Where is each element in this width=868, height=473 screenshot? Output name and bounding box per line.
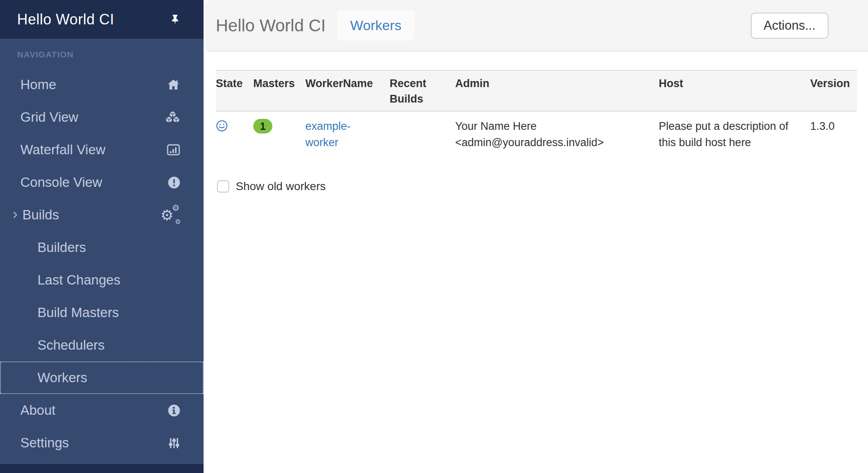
sidebar-item-label: About [20,403,55,418]
sidebar-item-workers[interactable]: Workers [0,361,204,394]
main-area: Hello World CI Workers Actions... State [204,0,868,473]
workers-table: State Masters WorkerName Recent Builds A… [216,70,857,157]
column-header-masters: Masters [253,70,305,111]
worker-row: 1 example-worker Your Name Here <admin@y… [216,111,857,157]
worker-name-link[interactable]: example-worker [305,118,373,151]
table-header-row: State Masters WorkerName Recent Builds A… [216,70,857,111]
sidebar-item-grid-view[interactable]: Grid View [0,101,204,134]
column-header-host: Host [659,70,810,111]
worker-version-cell: 1.3.0 [810,111,857,157]
pin-sidebar-icon[interactable] [169,13,181,26]
show-old-workers-control: Show old workers [216,180,857,193]
sidebar-footer [0,464,204,473]
sidebar-item-label: Settings [20,435,69,451]
column-header-workername: WorkerName [305,70,390,111]
sidebar-item-console-view[interactable]: Console View [0,166,204,199]
bar-chart-icon [166,143,181,157]
sidebar-item-label: Builders [37,240,86,255]
show-old-workers-checkbox[interactable] [217,180,229,193]
home-icon [166,78,181,91]
worker-admin-cell: Your Name Here <admin@youraddress.invali… [455,111,659,157]
sidebar-item-label: Grid View [20,109,78,125]
sidebar-item-label: Build Masters [37,305,119,320]
sidebar-item-waterfall-view[interactable]: Waterfall View [0,134,204,166]
sidebar-item-about[interactable]: About [0,394,204,427]
actions-button[interactable]: Actions... [751,13,829,39]
worker-state-cell [216,111,253,157]
sidebar-item-label: Schedulers [37,337,105,353]
sidebar-item-label: Home [20,77,56,92]
sidebar-item-label: Last Changes [37,272,121,288]
sidebar-app-title: Hello World CI [17,11,169,28]
smiley-face-icon [216,120,228,132]
cogs-icon: ⚙⚙⚙ [160,206,181,223]
topbar: Hello World CI Workers Actions... [205,0,868,52]
breadcrumb-workers[interactable]: Workers [337,11,414,41]
nav-section-label: NAVIGATION [17,50,204,68]
worker-masters-cell: 1 [253,111,305,157]
sidebar-item-build-masters[interactable]: Build Masters [0,296,204,329]
column-header-version: Version [810,70,857,111]
show-old-workers-label[interactable]: Show old workers [236,180,326,193]
sidebar-item-builds[interactable]: Builds ⚙⚙⚙ [0,199,204,231]
sidebar-item-settings[interactable]: Settings [0,427,204,459]
sidebar-item-label: Builds [22,207,59,223]
sidebar-item-label: Waterfall View [20,142,105,158]
sidebar-item-schedulers[interactable]: Schedulers [0,329,204,361]
column-header-recent-builds: Recent Builds [390,70,455,111]
masters-count-badge: 1 [253,119,272,134]
sidebar-item-builders[interactable]: Builders [0,231,204,264]
sidebar-item-label: Console View [20,175,102,190]
sidebar: Hello World CI NAVIGATION Home Grid View [0,0,204,473]
sidebar-item-last-changes[interactable]: Last Changes [0,264,204,296]
sidebar-item-home[interactable]: Home [0,68,204,101]
info-circle-icon [167,404,181,417]
app-window: Hello World CI NAVIGATION Home Grid View [0,0,868,473]
column-header-admin: Admin [455,70,659,111]
column-header-state: State [216,70,253,111]
chevron-right-icon [11,210,20,219]
sidebar-header: Hello World CI [0,0,204,39]
worker-recent-builds-cell [390,111,455,157]
cubes-icon [164,110,181,125]
workers-page-content: State Masters WorkerName Recent Builds A… [204,52,868,193]
worker-name-cell: example-worker [305,111,390,157]
worker-host-cell: Please put a description of this build h… [659,111,810,157]
sliders-icon [167,436,181,450]
exclamation-circle-icon [167,176,181,189]
sidebar-item-label: Workers [37,370,87,385]
page-title[interactable]: Hello World CI [216,16,326,35]
